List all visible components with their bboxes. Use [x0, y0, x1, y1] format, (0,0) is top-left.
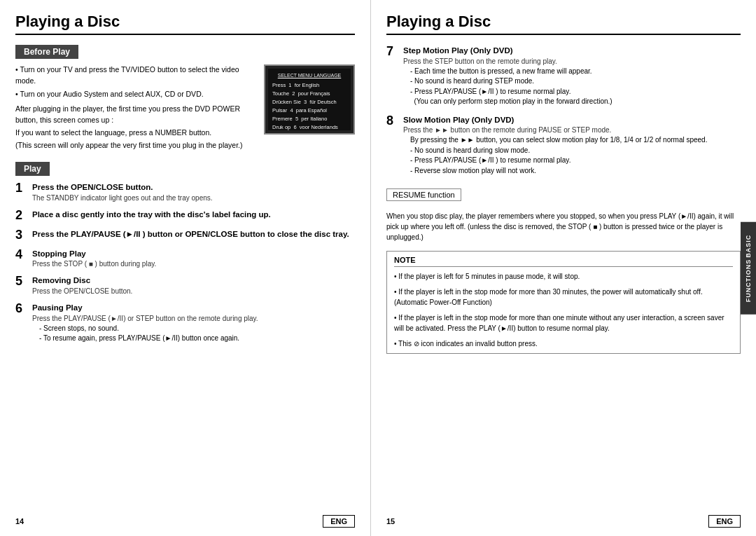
- step-6-sub-2: - To resume again, press PLAY/PAUSE (►/I…: [32, 334, 355, 344]
- left-page-title: Playing a Disc: [15, 13, 355, 35]
- step-1-desc: The STANDBY indicator light goes out and…: [32, 193, 355, 203]
- note-item-4: • This ⊘ icon indicates an invalid butto…: [394, 338, 733, 350]
- step-8-sub-4: - Reverse slow motion play will not work…: [403, 166, 741, 177]
- tv-screen: SELECT MENU LANGUAGE Press 1 for English…: [268, 69, 351, 130]
- step-4-title: Stopping Play: [32, 248, 355, 260]
- left-page-number: 14: [15, 517, 24, 525]
- tv-row-3: Drücken Sie 3 für Deutsch: [272, 98, 346, 106]
- step-4-desc: Press the STOP ( ■ ) button during play.: [32, 259, 355, 269]
- step-2-number: 2: [15, 209, 28, 223]
- before-play-line-1: • Turn on your TV and press the TV/VIDEO…: [15, 64, 257, 87]
- step-1-title: Press the OPEN/CLOSE button.: [32, 181, 355, 193]
- step-8-sub-3: - Press PLAY/PAUSE (►/II ) to resume nor…: [403, 156, 741, 166]
- step-5-number: 5: [15, 275, 28, 289]
- step-1-number: 1: [15, 181, 28, 195]
- step-1: 1 Press the OPEN/CLOSE button. The STAND…: [15, 181, 355, 203]
- step-7-desc: Press the STEP button on the remote duri…: [403, 57, 741, 67]
- right-page-title: Playing a Disc: [386, 13, 741, 35]
- step-3-content: Press the PLAY/PAUSE (►/II ) button or O…: [32, 228, 355, 240]
- step-1-content: Press the OPEN/CLOSE button. The STANDBY…: [32, 181, 355, 203]
- step-5-title: Removing Disc: [32, 275, 355, 287]
- resume-text: When you stop disc play, the player reme…: [386, 211, 741, 242]
- step-8-sub-2: - No sound is heard during slow mode.: [403, 146, 741, 156]
- tv-row-6: Druk op 6 voor Nederlands: [272, 123, 346, 132]
- step-2-title: Place a disc gently into the tray with t…: [32, 209, 355, 221]
- step-4-number: 4: [15, 248, 28, 262]
- page-container: Playing a Disc Before Play • Turn on you…: [0, 0, 756, 536]
- before-play-line-3: After plugging in the player, the first …: [15, 104, 257, 126]
- right-page-number: 15: [386, 517, 395, 525]
- play-header: Play: [15, 162, 50, 176]
- before-play-section: Before Play • Turn on your TV and press …: [15, 45, 355, 151]
- right-page: Playing a Disc 7 Step Motion Play (Only …: [371, 0, 756, 536]
- step-8-title: Slow Motion Play (Only DVD): [403, 114, 741, 126]
- step-5: 5 Removing Disc Press the OPEN/CLOSE but…: [15, 275, 355, 296]
- step-4-content: Stopping Play Press the STOP ( ■ ) butto…: [32, 248, 355, 270]
- before-play-text: • Turn on your TV and press the TV/VIDEO…: [15, 64, 257, 151]
- step-5-desc: Press the OPEN/CLOSE button.: [32, 287, 355, 296]
- step-7-sub-1: - Each time the button is pressed, a new…: [403, 67, 741, 77]
- note-item-1: • If the player is left for 5 minutes in…: [394, 271, 733, 282]
- step-6: 6 Pausing Play Press the PLAY/PAUSE (►/I…: [15, 302, 355, 344]
- before-play-line-5: (This screen will only appear the very f…: [15, 140, 257, 151]
- step-8: 8 Slow Motion Play (Only DVD) Press the …: [386, 114, 741, 177]
- left-eng-label: ENG: [323, 515, 355, 528]
- step-7-sub-4: (You can only perform step motion play i…: [403, 97, 741, 107]
- step-3: 3 Press the PLAY/PAUSE (►/II ) button or…: [15, 228, 355, 242]
- tv-row-2: Touche 2 pour Français: [272, 90, 346, 98]
- note-item-3: • If the player is left in the stop mode…: [394, 312, 733, 334]
- play-section: Play 1 Press the OPEN/CLOSE button. The …: [15, 162, 355, 343]
- vertical-tab: BASIC FUNCTIONS: [741, 221, 756, 315]
- step-4: 4 Stopping Play Press the STOP ( ■ ) but…: [15, 248, 355, 270]
- step-8-content: Slow Motion Play (Only DVD) Press the ►►…: [403, 114, 741, 177]
- resume-header-label: RESUME function: [393, 191, 455, 199]
- step-6-sub-1: - Screen stops, no sound.: [32, 324, 355, 334]
- right-eng-label: ENG: [708, 515, 741, 528]
- note-box: NOTE • If the player is left for 5 minut…: [386, 251, 741, 354]
- step-8-desc: Press the ►► button on the remote during…: [403, 125, 741, 135]
- tv-screen-title: SELECT MENU LANGUAGE: [272, 71, 346, 79]
- note-section: NOTE • If the player is left for 5 minut…: [386, 251, 741, 354]
- step-8-number: 8: [386, 114, 399, 128]
- step-3-number: 3: [15, 228, 28, 242]
- before-play-line-2: • Turn on your Audio System and select A…: [15, 89, 257, 100]
- vertical-tab-basic: BASIC: [745, 234, 752, 257]
- step-7-number: 7: [386, 45, 399, 59]
- note-item-2: • If the player is left in the stop mode…: [394, 287, 733, 308]
- step-7-sub-3: - Press PLAY/PAUSE (►/II ) to resume nor…: [403, 87, 741, 97]
- step-7: 7 Step Motion Play (Only DVD) Press the …: [386, 45, 741, 107]
- step-7-sub-2: - No sound is heard during STEP mode.: [403, 76, 741, 87]
- left-page: Playing a Disc Before Play • Turn on you…: [0, 0, 371, 536]
- step-3-title: Press the PLAY/PAUSE (►/II ) button or O…: [32, 228, 355, 240]
- before-play-line-4: If you want to select the language, pres…: [15, 128, 257, 139]
- tv-row-4: Pulsar 4 para Español: [272, 106, 346, 115]
- right-footer: 15 ENG: [386, 515, 741, 528]
- tv-image: SELECT MENU LANGUAGE Press 1 for English…: [264, 64, 355, 135]
- vertical-tab-functions: FUNCTIONS: [745, 259, 752, 302]
- step-6-content: Pausing Play Press the PLAY/PAUSE (►/II)…: [32, 302, 355, 344]
- step-2: 2 Place a disc gently into the tray with…: [15, 209, 355, 223]
- step-7-title: Step Motion Play (Only DVD): [403, 45, 741, 57]
- before-play-content: • Turn on your TV and press the TV/VIDEO…: [15, 64, 355, 151]
- tv-row-1: Press 1 for English: [272, 81, 346, 90]
- step-7-content: Step Motion Play (Only DVD) Press the ST…: [403, 45, 741, 107]
- step-5-content: Removing Disc Press the OPEN/CLOSE butto…: [32, 275, 355, 296]
- step-6-desc: Press the PLAY/PAUSE (►/II) or STEP butt…: [32, 314, 355, 324]
- step-2-content: Place a disc gently into the tray with t…: [32, 209, 355, 221]
- tv-row-5: Premere 5 per Italiano: [272, 115, 346, 123]
- step-6-title: Pausing Play: [32, 302, 355, 314]
- step-8-sub-1: By pressing the ►► button, you can selec…: [403, 135, 741, 146]
- step-6-number: 6: [15, 302, 28, 316]
- note-header: NOTE: [394, 256, 733, 267]
- resume-header: RESUME function: [386, 188, 461, 201]
- left-footer: 14 ENG: [15, 515, 355, 528]
- before-play-header: Before Play: [15, 45, 78, 59]
- resume-section: RESUME function When you stop disc play,…: [386, 188, 741, 242]
